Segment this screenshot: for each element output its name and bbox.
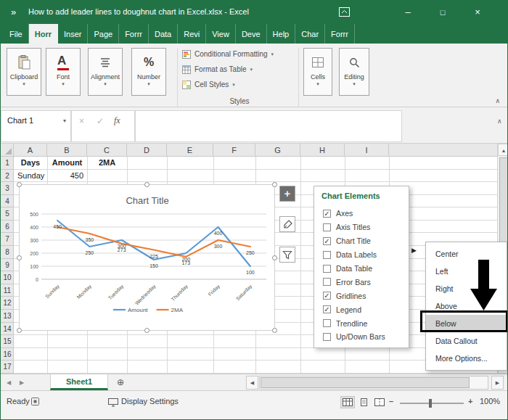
format-as-table-button[interactable]: Format as Table ▾ bbox=[182, 62, 297, 77]
close-button[interactable]: × bbox=[461, 1, 494, 24]
display-settings-button[interactable]: Display Settings bbox=[121, 397, 179, 405]
column-header-i[interactable]: I bbox=[345, 144, 389, 157]
submenu-item-more-options[interactable]: More Options... bbox=[426, 350, 507, 367]
cancel-icon[interactable]: × bbox=[79, 116, 84, 126]
chart-element-item-axes[interactable]: ✓Axes bbox=[314, 207, 409, 221]
row-header-15[interactable]: 15 bbox=[1, 335, 14, 348]
chart-element-item-chart-title[interactable]: ✓Chart Title bbox=[314, 234, 409, 248]
ribbon-display-options-icon[interactable] bbox=[339, 7, 350, 17]
row-header-4[interactable]: 4 bbox=[1, 195, 14, 208]
formula-input[interactable] bbox=[135, 110, 402, 142]
macro-record-icon[interactable] bbox=[31, 398, 39, 405]
chart-element-item-legend[interactable]: ✓Legend bbox=[314, 302, 409, 316]
column-header-e[interactable]: E bbox=[167, 144, 213, 157]
sheet-tab-sheet1[interactable]: Sheet1 bbox=[50, 374, 108, 390]
ribbon-tab-horr[interactable]: Horr bbox=[29, 24, 58, 44]
chart-styles-button[interactable] bbox=[279, 216, 295, 232]
chart-element-item-up-down-bars[interactable]: Up/Down Bars bbox=[314, 330, 409, 344]
row-header-16[interactable]: 16 bbox=[1, 348, 14, 361]
row-header-11[interactable]: 11 bbox=[1, 284, 14, 297]
name-box[interactable]: Chart 1 ▾ bbox=[1, 110, 71, 142]
chart-selection-handle[interactable] bbox=[272, 328, 277, 333]
hscroll-left-icon[interactable]: ◀ bbox=[246, 376, 258, 390]
editing-group-button[interactable]: Editing ▾ bbox=[339, 48, 369, 96]
chart-element-item-gridlines[interactable]: ✓Gridlines bbox=[314, 289, 409, 302]
row-header-3[interactable]: 3 bbox=[1, 182, 14, 195]
column-header-d[interactable]: D bbox=[127, 144, 167, 157]
row-header-6[interactable]: 6 bbox=[1, 221, 14, 234]
legend-label-amount[interactable]: Amount bbox=[128, 307, 148, 313]
chart-title[interactable]: Chart Title bbox=[126, 195, 168, 206]
horizontal-scrollbar[interactable] bbox=[259, 376, 488, 390]
checkbox-legend[interactable]: ✓ bbox=[323, 305, 331, 313]
chart-selection-handle[interactable] bbox=[272, 182, 277, 187]
chart-selection-handle[interactable] bbox=[17, 182, 22, 187]
clipboard-group-button[interactable]: Clipboard ▾ bbox=[7, 48, 41, 96]
ribbon-tab-help[interactable]: Help bbox=[267, 24, 296, 44]
select-all-corner[interactable] bbox=[1, 144, 14, 157]
ribbon-tab-deve[interactable]: Deve bbox=[236, 24, 267, 44]
cells-group-button[interactable]: Cells ▾ bbox=[303, 48, 332, 96]
quick-access-toolbar-icon[interactable]: » bbox=[11, 7, 15, 17]
checkbox-data-labels[interactable] bbox=[323, 251, 331, 259]
checkbox-trendline[interactable] bbox=[323, 319, 331, 327]
row-header-8[interactable]: 8 bbox=[1, 246, 14, 259]
ribbon-tab-char[interactable]: Char bbox=[295, 24, 325, 44]
chart-selection-handle[interactable] bbox=[144, 182, 149, 187]
checkbox-gridlines[interactable]: ✓ bbox=[323, 292, 331, 300]
chevron-down-icon[interactable]: ▾ bbox=[63, 118, 66, 124]
ribbon-tab-revi[interactable]: Revi bbox=[178, 24, 206, 44]
sheet-nav-right-icon[interactable]: ▶ bbox=[20, 379, 24, 386]
chart-element-item-trendline[interactable]: Trendline bbox=[314, 316, 409, 330]
cell-a1[interactable]: Days bbox=[14, 157, 47, 170]
cell-b1[interactable]: Amount bbox=[47, 157, 87, 170]
normal-view-ic on[interactable] bbox=[340, 396, 355, 408]
ribbon-tab-inser[interactable]: Inser bbox=[58, 24, 88, 44]
collapse-ribbon-button[interactable]: ∧ bbox=[495, 97, 500, 104]
row-header-10[interactable]: 10 bbox=[1, 271, 14, 284]
minimize-button[interactable]: – bbox=[391, 1, 425, 24]
chart-selection-handle[interactable] bbox=[144, 328, 149, 333]
zoom-slider[interactable] bbox=[400, 403, 464, 404]
checkbox-axes[interactable]: ✓ bbox=[323, 210, 331, 218]
enter-icon[interactable]: ✓ bbox=[97, 116, 104, 126]
page-break-view-icon[interactable] bbox=[372, 396, 387, 408]
column-header-f[interactable]: F bbox=[213, 144, 255, 157]
zoom-out-icon[interactable]: – bbox=[389, 397, 393, 405]
sheet-nav-left-icon[interactable]: ◀ bbox=[7, 379, 11, 386]
hscroll-right-icon[interactable]: ▶ bbox=[491, 376, 504, 390]
row-header-1[interactable]: 1 bbox=[1, 157, 14, 170]
submenu-item-data-callout[interactable]: Data Callout bbox=[426, 332, 507, 350]
ribbon-tab-file[interactable]: File bbox=[4, 24, 29, 44]
row-header-17[interactable]: 17 bbox=[1, 361, 14, 374]
new-sheet-icon[interactable]: ⊕ bbox=[117, 377, 124, 387]
maximize-button[interactable]: □ bbox=[426, 1, 459, 24]
row-header-9[interactable]: 9 bbox=[1, 259, 14, 272]
chart-element-item-data-labels[interactable]: Data Labels bbox=[314, 248, 409, 262]
zoom-in-icon[interactable]: + bbox=[468, 397, 472, 405]
chart-element-item-error-bars[interactable]: Error Bars bbox=[314, 275, 409, 289]
chart-elements-button[interactable]: + bbox=[279, 186, 295, 202]
chart-filters-button[interactable] bbox=[279, 247, 295, 263]
ribbon-tab-view[interactable]: View bbox=[206, 24, 236, 44]
row-header-5[interactable]: 5 bbox=[1, 207, 14, 221]
row-header-2[interactable]: 2 bbox=[1, 170, 14, 183]
column-header-h[interactable]: H bbox=[300, 144, 345, 157]
chart-selection-handle[interactable] bbox=[17, 255, 22, 260]
chart-element-item-data-table[interactable]: Data Table bbox=[314, 262, 409, 276]
zoom-slider-thumb[interactable] bbox=[429, 399, 432, 408]
font-group-button[interactable]: A Font ▾ bbox=[46, 48, 81, 96]
row-header-14[interactable]: 14 bbox=[1, 323, 14, 336]
page-layout-view-icon[interactable] bbox=[356, 396, 371, 408]
column-header-g[interactable]: G bbox=[255, 144, 300, 157]
ribbon-tab-page[interactable]: Page bbox=[88, 24, 119, 44]
scroll-up-icon[interactable]: ▲ bbox=[498, 144, 508, 156]
column-header-b[interactable]: B bbox=[47, 144, 87, 157]
number-group-button[interactable]: % Number ▾ bbox=[131, 48, 166, 96]
row-header-13[interactable]: 13 bbox=[1, 310, 14, 323]
row-header-12[interactable]: 12 bbox=[1, 297, 14, 310]
cell-b2[interactable]: 450 bbox=[47, 170, 87, 183]
alignment-group-button[interactable]: Alignment ▾ bbox=[88, 48, 123, 96]
checkbox-up-down-bars[interactable] bbox=[323, 333, 331, 341]
chart-selection-handle[interactable] bbox=[272, 255, 277, 260]
